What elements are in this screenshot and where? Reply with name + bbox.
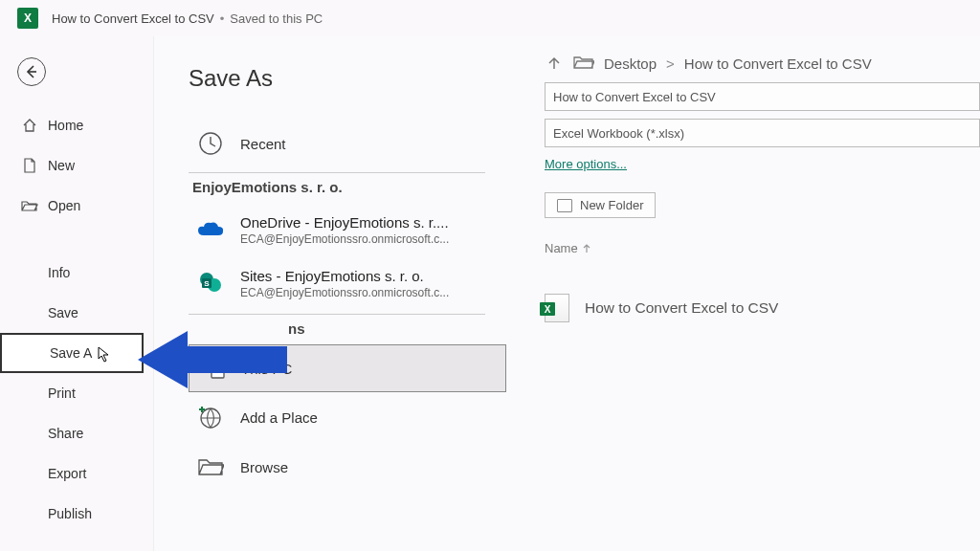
folder-open-icon <box>573 55 594 73</box>
location-browse[interactable]: Browse <box>189 442 506 492</box>
breadcrumb: Desktop > How to Convert Excel to CSV <box>545 54 980 73</box>
nav-save[interactable]: Save <box>0 293 144 333</box>
nav-share[interactable]: Share <box>0 413 144 453</box>
filename-input[interactable] <box>545 82 980 111</box>
nav-label: Info <box>48 265 70 280</box>
nav-label: Save <box>48 305 78 320</box>
nav-label: Export <box>48 466 86 481</box>
excel-logo-icon: X <box>17 8 38 29</box>
location-subtitle: ECA@EnjoyEmotionssro.onmicrosoft.c... <box>240 232 449 246</box>
cloud-icon <box>196 215 225 244</box>
svg-rect-6 <box>212 364 224 378</box>
filetype-select[interactable] <box>545 119 980 147</box>
arrow-left-icon <box>24 64 39 79</box>
location-title: Sites - EnjoyEmotions s. r. o. <box>240 268 449 284</box>
breadcrumb-sep: > <box>666 55 675 72</box>
new-folder-button[interactable]: New Folder <box>545 192 656 218</box>
nav-new[interactable]: New <box>0 145 144 186</box>
location-sites[interactable]: S Sites - EnjoyEmotions s. r. o. ECA@Enj… <box>189 256 506 310</box>
clock-icon <box>196 129 225 158</box>
title-separator: • <box>220 11 225 26</box>
location-label: This PC <box>241 361 292 377</box>
location-onedrive[interactable]: OneDrive - EnjoyEmotions s. r.... ECA@En… <box>189 203 506 256</box>
nav-save-as[interactable]: Save A <box>0 333 144 373</box>
nav-label: Share <box>48 426 83 441</box>
nav-label: Open <box>48 198 80 213</box>
svg-text:S: S <box>204 279 210 288</box>
title-bar: X How to Convert Excel to CSV • Saved to… <box>0 0 980 36</box>
nav-export[interactable]: Export <box>0 453 144 494</box>
save-target-pane: Desktop > How to Convert Excel to CSV Mo… <box>545 54 980 322</box>
location-subtitle: ECA@EnjoyEmotionssro.onmicrosoft.c... <box>240 286 449 299</box>
file-name: How to Convert Excel to CSV <box>585 299 778 317</box>
locations-panel: Recent EnjoyEmotions s. r. o. OneDrive -… <box>189 119 506 492</box>
file-row[interactable]: X How to Convert Excel to CSV <box>545 294 980 322</box>
location-label: Add a Place <box>240 409 318 426</box>
nav-publish[interactable]: Publish <box>0 494 144 534</box>
excel-file-icon: X <box>545 294 569 322</box>
document-icon <box>21 157 38 174</box>
divider <box>189 314 485 315</box>
nav-print[interactable]: Print <box>0 373 144 413</box>
location-label: Browse <box>240 459 288 475</box>
nav-label: Save A <box>50 345 92 361</box>
nav-info[interactable]: Info <box>0 253 144 293</box>
folder-open-icon <box>21 197 38 214</box>
title-text: How to Convert Excel to CSV • Saved to t… <box>52 11 323 26</box>
org-section-label: EnjoyEmotions s. r. o. <box>192 179 506 195</box>
other-locations-label-tail: ns <box>192 320 506 337</box>
location-add-place[interactable]: Add a Place <box>189 392 506 442</box>
main-panel: Save As Recent EnjoyEmotions s. r. o. On… <box>153 36 980 551</box>
back-button[interactable] <box>17 57 46 86</box>
cursor-icon <box>98 346 113 364</box>
column-label: Name <box>545 241 578 255</box>
globe-plus-icon <box>196 403 225 431</box>
save-status: Saved to this PC <box>230 11 323 26</box>
nav-label: Publish <box>48 506 92 521</box>
doc-title: How to Convert Excel to CSV <box>52 11 214 26</box>
backstage-nav: Home New Open Info Save Save A Print Sha… <box>0 105 144 534</box>
sort-asc-icon <box>582 244 591 253</box>
breadcrumb-leaf[interactable]: How to Convert Excel to CSV <box>684 55 872 72</box>
breadcrumb-up-button[interactable] <box>545 54 564 73</box>
folder-icon <box>557 199 572 212</box>
nav-open[interactable]: Open <box>0 186 144 226</box>
location-recent[interactable]: Recent <box>189 119 506 168</box>
breadcrumb-folder[interactable]: Desktop <box>604 55 657 72</box>
column-header-name[interactable]: Name <box>545 241 980 255</box>
nav-label: New <box>48 158 75 173</box>
folder-icon <box>196 452 225 481</box>
nav-home[interactable]: Home <box>0 105 144 145</box>
divider <box>189 172 485 173</box>
location-this-pc[interactable]: This PC <box>189 344 506 392</box>
this-pc-icon <box>197 354 226 383</box>
nav-label: Home <box>48 118 83 133</box>
location-title: OneDrive - EnjoyEmotions s. r.... <box>240 214 449 231</box>
location-label: Recent <box>240 136 286 152</box>
nav-label: Print <box>48 386 76 401</box>
more-options-link[interactable]: More options... <box>545 157 627 171</box>
button-label: New Folder <box>580 198 643 212</box>
sharepoint-icon: S <box>196 269 225 298</box>
home-icon <box>21 117 38 134</box>
